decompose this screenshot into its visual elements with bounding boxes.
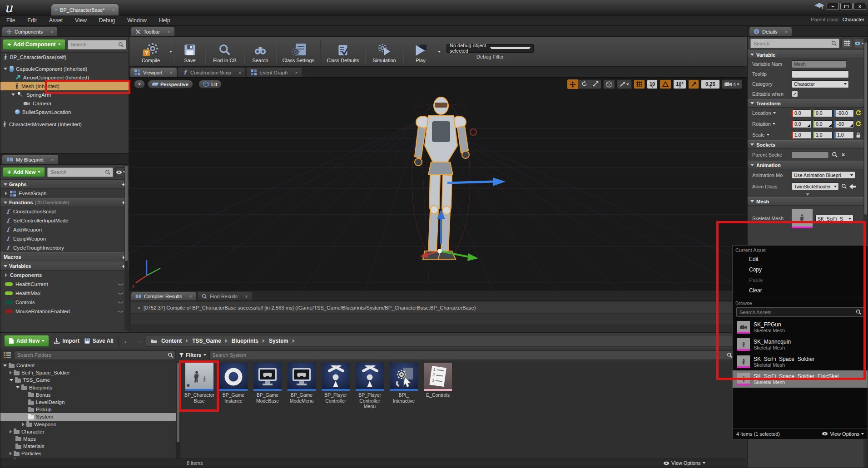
scale-tool-button[interactable] [590,81,601,88]
variable-item[interactable]: HealthCurrent [0,280,129,289]
scale-z[interactable]: 1.0 [834,131,854,139]
folder-item[interactable]: Maps [0,435,180,443]
functions-header[interactable]: Functions (28 Overridable) + [0,198,129,207]
parent-class-link[interactable]: Character [843,17,864,22]
section-variable[interactable]: Variable [748,50,868,59]
macros-header[interactable]: Macros + [0,252,129,261]
function-item[interactable]: fAddWeapon [0,225,129,234]
folder-item[interactable]: Content [0,362,180,369]
eye-closed-icon[interactable] [117,291,124,296]
tab-toolbar[interactable]: Toolbar × [131,27,174,36]
menu-edit[interactable]: Edit [733,254,868,264]
eye-closed-icon[interactable] [117,282,124,286]
search-folders[interactable] [14,350,176,360]
search-assets-popup[interactable] [736,307,864,317]
asset-option[interactable]: SK_FPGunSkeletal Mesh [733,319,868,336]
crumb-tss-game[interactable]: TSS_Game [192,338,221,344]
location-z[interactable]: -90.0 [834,109,854,117]
close-icon[interactable]: × [112,7,115,13]
section-transform[interactable]: Transform [748,99,868,108]
sources-toggle-icon[interactable] [4,352,11,358]
component-item-arrow[interactable]: ArrowComponent (Inherited) [0,73,129,82]
tab-event-graph[interactable]: Event Graph × [247,68,302,77]
asset-tile-bp-characterbase[interactable]: ✱ BP_CharacterBase [184,363,214,444]
graphs-header[interactable]: Graphs + [0,180,129,189]
event-graph-item[interactable]: EventGraph [0,189,129,198]
variable-item[interactable]: Controls [0,298,129,307]
camera-speed-button[interactable]: 4 [722,79,742,89]
add-new-button[interactable]: + Add New [3,167,45,177]
minimize-button[interactable]: – [827,3,839,10]
function-item[interactable]: fCycleTroughInventory [0,243,129,252]
folder-item[interactable]: Particles [0,450,180,457]
asset-option[interactable]: SK_SciFi_Space_SoldierSkeletal Mesh [733,353,868,370]
skeletal-mesh-dropdown[interactable]: SK_SciFi_S [815,215,853,222]
forward-icon[interactable]: → [134,337,141,345]
expander-icon[interactable] [4,68,7,70]
rotation-y[interactable]: 0.0 [813,120,833,128]
back-icon[interactable]: ← [123,337,130,345]
simulation-button[interactable]: Simulation [367,39,402,65]
component-item-bulletspawn[interactable]: BulletSpawnLocation [0,108,129,116]
grid-snap-value[interactable]: 10 [647,79,658,89]
grid-snap-toggle[interactable] [634,79,645,89]
tab-find-results[interactable]: Find Results × [198,292,252,301]
close-icon[interactable]: × [50,29,53,34]
close-icon[interactable]: × [189,294,192,299]
menu-file[interactable]: File [6,17,15,24]
class-settings-button[interactable]: Class Settings [278,39,319,65]
rotation-snap-value[interactable]: 10° [673,79,686,89]
close-icon[interactable]: × [170,70,173,75]
skeletal-mesh-thumbnail[interactable] [792,209,813,228]
animation-mode-dropdown[interactable]: Use Animation Bluepri [792,171,855,179]
function-item[interactable]: fSetControllerInputMode [0,216,129,225]
perspective-button[interactable]: Perspective [148,80,193,89]
menu-debug[interactable]: Debug [99,17,115,24]
anim-class-dropdown[interactable]: TwinStickShooter [792,182,839,190]
close-window-button[interactable]: × [853,3,866,10]
move-tool-button[interactable] [567,79,578,89]
folder-item-selected[interactable]: System [0,413,180,420]
folder-item[interactable]: Blueprints [0,384,180,391]
viewport-options-button[interactable] [134,80,145,89]
close-icon[interactable]: × [238,70,241,75]
close-icon[interactable]: × [295,70,298,75]
expander-icon[interactable] [11,94,15,96]
rotation-x[interactable]: 0.0 [792,120,811,128]
crumb-system[interactable]: System [269,338,288,344]
save-all-button[interactable]: Save All [84,338,114,344]
play-options-chevron[interactable] [438,51,441,53]
crumb-blueprints[interactable]: Blueprints [232,338,258,344]
reset-icon[interactable] [856,110,861,116]
location-y[interactable]: 0.0 [813,109,833,117]
components-search[interactable] [68,40,126,49]
tab-compiler-results[interactable]: Compiler Results × [131,292,196,301]
menu-window[interactable]: Window [127,17,147,24]
folder-item[interactable]: TSS_Game [0,376,180,384]
category-dropdown[interactable]: Character [792,80,849,88]
component-item-springarm[interactable]: SpringArm [0,90,129,99]
world-local-toggle[interactable] [603,79,615,89]
tab-viewport[interactable]: Viewport × [130,68,177,77]
tab-details[interactable]: Details × [749,27,792,36]
asset-tile-bp-playercontroller[interactable]: BP_PlayerController [321,363,351,444]
tab-my-blueprint[interactable]: My Blueprint × [2,155,58,164]
section-sockets[interactable]: Sockets [748,140,868,149]
asset-tile-bp-gamemodemenu[interactable]: BP_GameModeMenu [287,363,317,444]
parent-socket-field[interactable] [792,151,829,159]
debug-object-dropdown[interactable]: No debug object selected [446,44,534,53]
scale-y[interactable]: 1.0 [813,131,833,139]
reset-icon[interactable] [856,121,861,127]
find-in-cb-button[interactable]: Find in CB [207,39,243,65]
scrollbar[interactable] [176,362,180,458]
browse-anim-icon[interactable] [841,183,847,189]
folder-item[interactable]: SciFi_Space_Soldier [0,369,180,376]
folder-item[interactable]: Character [0,428,180,435]
asset-document-tab[interactable]: BP_CharacterBase* × [51,4,119,15]
scale-snap-value[interactable]: 0.25 [701,79,720,89]
surface-snap-button[interactable] [617,79,632,89]
asset-option[interactable]: SK_MannequinSkeletal Mesh [733,336,868,353]
folder-item[interactable]: LevelDesign [0,399,180,406]
menu-copy[interactable]: Copy [733,264,868,275]
clear-socket-icon[interactable]: × [842,152,845,158]
